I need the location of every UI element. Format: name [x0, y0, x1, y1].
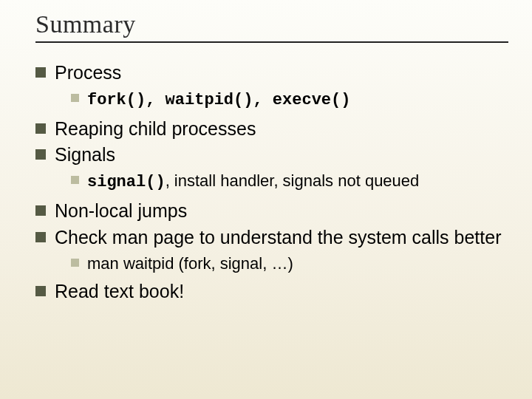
list-item: Signalssignal(), install handler, signal… — [35, 143, 505, 194]
list-item-label: Non-local jumps — [55, 200, 187, 221]
list-item-label: Read text book! — [55, 281, 184, 301]
title-underline — [35, 41, 508, 43]
slide-title: Summary — [35, 10, 505, 38]
list-item: signal(), install handler, signals not q… — [71, 169, 505, 194]
slide: Summary Processfork(), waitpid(), execve… — [0, 0, 532, 399]
sub-list: fork(), waitpid(), execve() — [55, 87, 505, 112]
list-item-label: man waitpid (fork, signal, …) — [87, 254, 293, 273]
sub-list: signal(), install handler, signals not q… — [55, 169, 505, 194]
list-item-label: Process — [55, 62, 121, 83]
list-item: Non-local jumps — [35, 199, 505, 224]
list-item-label: signal(), install handler, signals not q… — [87, 171, 419, 190]
list-item: Check man page to understand the system … — [35, 225, 505, 276]
list-item: Read text book! — [35, 279, 505, 304]
list-item-label: Check man page to understand the system … — [55, 227, 502, 248]
list-item-label: fork(), waitpid(), execve() — [87, 89, 350, 108]
list-item-label: Reaping child processes — [55, 118, 256, 139]
list-item-label: Signals — [55, 144, 115, 165]
list-item: fork(), waitpid(), execve() — [71, 87, 505, 112]
sub-list: man waitpid (fork, signal, …) — [55, 252, 505, 276]
bullet-list: Processfork(), waitpid(), execve()Reapin… — [35, 61, 505, 304]
list-item: man waitpid (fork, signal, …) — [71, 252, 505, 276]
list-item: Processfork(), waitpid(), execve() — [35, 61, 505, 112]
list-item: Reaping child processes — [35, 117, 505, 142]
